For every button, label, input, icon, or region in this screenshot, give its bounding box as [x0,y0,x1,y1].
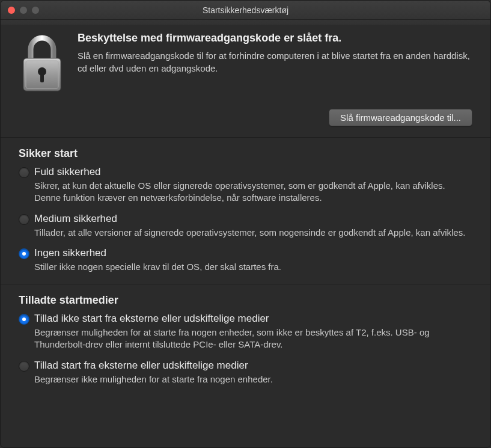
minimize-button[interactable] [20,7,27,14]
option-text: Tillad start fra eksterne eller udskifte… [34,360,472,385]
firmware-heading: Beskyttelse med firmwareadgangskode er s… [78,32,472,44]
allowed-boot-section: Tilladte startmedier Tillad ikke start f… [1,284,490,396]
radio-allow-external[interactable] [19,361,29,372]
secure-boot-heading: Sikker start [19,147,472,160]
traffic-lights [8,7,39,14]
secure-boot-section: Sikker start Fuld sikkerhed Sikrer, at k… [1,138,490,284]
radio-option-no-security[interactable]: Ingen sikkerhed Stiller ikke nogen speci… [19,247,472,273]
firmware-section: Beskyttelse med firmwareadgangskode er s… [1,20,490,137]
firmware-button-row: Slå firmwareadgangskode til... [19,109,472,126]
option-text: Fuld sikkerhed Sikrer, at kun det aktuel… [34,166,472,204]
radio-option-full-security[interactable]: Fuld sikkerhed Sikrer, at kun det aktuel… [19,166,472,204]
lock-icon [19,34,66,94]
option-label: Medium sikkerhed [34,213,472,225]
option-label: Tillad start fra eksterne eller udskifte… [34,360,472,372]
maximize-button[interactable] [32,7,39,14]
option-label: Ingen sikkerhed [34,247,472,259]
radio-option-allow-external[interactable]: Tillad start fra eksterne eller udskifte… [19,360,472,385]
option-text: Tillad ikke start fra eksterne eller uds… [34,313,472,351]
radio-option-disallow-external[interactable]: Tillad ikke start fra eksterne eller uds… [19,313,472,351]
radio-option-medium-security[interactable]: Medium sikkerhed Tillader, at alle versi… [19,213,472,239]
window-title: Startsikkerhedsværktøj [7,5,484,15]
svg-rect-3 [40,73,44,82]
close-button[interactable] [8,7,15,14]
option-label: Fuld sikkerhed [34,166,472,178]
radio-medium-security[interactable] [19,214,29,225]
option-description: Begrænser muligheden for at starte fra n… [34,327,472,351]
radio-no-security[interactable] [19,248,29,259]
content: Beskyttelse med firmwareadgangskode er s… [1,20,490,396]
firmware-text: Beskyttelse med firmwareadgangskode er s… [78,32,472,75]
window: Startsikkerhedsværktøj [0,0,491,448]
option-label: Tillad ikke start fra eksterne eller uds… [34,313,472,325]
enable-firmware-password-button[interactable]: Slå firmwareadgangskode til... [329,109,472,126]
option-description: Begrænser ikke muligheden for at starte … [34,373,472,385]
firmware-description: Slå en firmwareadgangskode til for at fo… [78,49,472,75]
option-description: Stiller ikke nogen specielle krav til de… [34,261,472,273]
option-text: Ingen sikkerhed Stiller ikke nogen speci… [34,247,472,273]
option-description: Tillader, at alle versioner af signerede… [34,227,472,239]
titlebar: Startsikkerhedsværktøj [1,1,490,20]
lock-svg [19,34,66,94]
option-description: Sikrer, at kun det aktuelle OS eller sig… [34,180,472,204]
radio-disallow-external[interactable] [19,314,29,325]
firmware-top: Beskyttelse med firmwareadgangskode er s… [19,32,472,94]
option-text: Medium sikkerhed Tillader, at alle versi… [34,213,472,239]
allowed-boot-heading: Tilladte startmedier [19,294,472,307]
radio-full-security[interactable] [19,167,29,178]
